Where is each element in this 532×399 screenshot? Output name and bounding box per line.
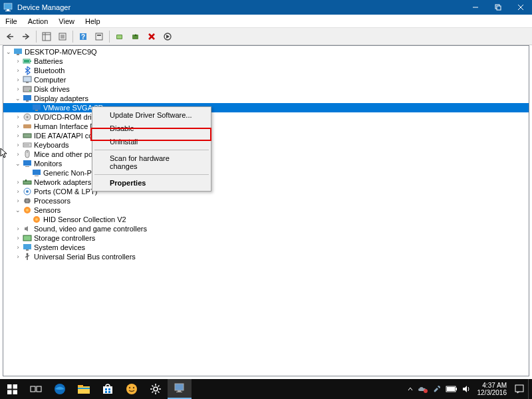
menu-action[interactable]: Action [23, 16, 54, 27]
tree-category[interactable]: ›Network adapters [3, 178, 529, 187]
tree-category[interactable]: ⌄Sensors [3, 205, 529, 215]
tree-category[interactable]: ›DVD/CD-ROM drives [3, 112, 529, 122]
svg-rect-51 [23, 160, 31, 166]
tree-category[interactable]: ›Keyboards [3, 140, 529, 150]
back-button[interactable] [3, 29, 17, 44]
taskbar-edge[interactable] [48, 379, 72, 399]
category-icon [22, 243, 33, 252]
menubar: File Action View Help [0, 15, 532, 28]
svg-point-35 [29, 90, 31, 91]
taskbar-settings[interactable] [144, 379, 168, 399]
taskbar-clock[interactable]: 4:37 AM 12/3/2016 [473, 382, 511, 396]
category-icon [22, 122, 33, 131]
menu-help[interactable]: Help [80, 16, 106, 27]
tree-category[interactable]: ⌄Monitors [3, 159, 529, 168]
properties-button[interactable] [55, 29, 70, 44]
tree-category[interactable]: ⌄Display adapters [3, 94, 529, 103]
tree-category[interactable]: ›Mice and other point [3, 150, 529, 159]
tree-category[interactable]: ›Processors [3, 196, 529, 205]
menu-view[interactable]: View [53, 16, 80, 27]
svg-rect-85 [108, 388, 110, 390]
svg-rect-101 [178, 390, 181, 392]
category-icon [22, 205, 33, 215]
action-button[interactable] [92, 29, 106, 44]
svg-rect-32 [23, 76, 31, 82]
taskbar-explorer[interactable] [72, 379, 96, 399]
disable-button[interactable] [160, 29, 175, 44]
tree-category[interactable]: ›System devices [3, 243, 529, 252]
close-button[interactable] [509, 0, 532, 15]
taskbar-store[interactable] [96, 379, 120, 399]
svg-rect-37 [26, 100, 29, 102]
category-icon [22, 131, 33, 140]
uninstall-button[interactable] [144, 29, 159, 44]
notifications-button[interactable] [511, 379, 528, 399]
taskbar-app[interactable] [120, 379, 144, 399]
tray-chevron-icon[interactable] [407, 386, 414, 392]
task-view-button[interactable] [24, 379, 48, 399]
tree-category[interactable]: ›Batteries [3, 57, 529, 66]
svg-rect-0 [4, 3, 12, 9]
tree-category[interactable]: ›Universal Serial Bus controllers [3, 252, 529, 261]
scan-hardware-button[interactable] [112, 29, 127, 44]
app-icon [3, 2, 13, 13]
svg-rect-39 [35, 110, 38, 111]
taskbar-device-manager[interactable] [168, 379, 192, 399]
minimize-button[interactable] [464, 0, 487, 15]
ctx-disable[interactable]: Disable [94, 122, 209, 135]
svg-point-88 [126, 384, 137, 394]
tree-device[interactable]: VMware SVGA 3D [3, 103, 529, 112]
category-icon [22, 224, 33, 233]
svg-text:?: ? [81, 33, 85, 41]
svg-rect-54 [35, 176, 39, 176]
svg-rect-69 [23, 244, 31, 249]
start-button[interactable] [0, 379, 24, 399]
tree-device[interactable]: Generic Non-PnP [3, 168, 529, 178]
tree-category[interactable]: ›Storage controllers [3, 233, 529, 243]
ctx-uninstall[interactable]: Uninstall [94, 135, 209, 148]
ctx-scan-hardware[interactable]: Scan for hardware changes [94, 152, 209, 173]
clock-time: 4:37 AM [477, 382, 507, 389]
category-icon [22, 66, 33, 75]
update-driver-button[interactable] [128, 29, 143, 44]
svg-point-103 [424, 389, 428, 393]
menu-file[interactable]: File [0, 16, 23, 27]
tree-category[interactable]: ›Ports (COM & LPT) [3, 187, 529, 196]
ctx-update-driver[interactable]: Update Driver Software... [94, 108, 209, 122]
tree-root[interactable]: ⌄DESKTOP-M0VEC9Q [3, 47, 529, 57]
tree-category[interactable]: ›Bluetooth [3, 66, 529, 75]
device-tree[interactable]: ⌄DESKTOP-M0VEC9Q›Batteries›Bluetooth›Com… [3, 45, 529, 376]
svg-point-91 [154, 387, 158, 391]
category-icon [22, 233, 33, 243]
tray-tool-icon[interactable] [432, 384, 442, 394]
tree-category[interactable]: ›Disk drives [3, 84, 529, 94]
show-hide-tree-button[interactable] [39, 29, 54, 44]
category-icon [22, 57, 33, 66]
ctx-properties[interactable]: Properties [94, 176, 209, 190]
svg-line-97 [158, 392, 160, 393]
forward-button[interactable] [19, 29, 33, 44]
tree-category[interactable]: ›Human Interface Dev [3, 122, 529, 131]
category-icon [22, 196, 33, 205]
computer-icon [13, 47, 23, 57]
ctx-separator [94, 150, 209, 150]
tray-volume-icon[interactable] [462, 384, 471, 394]
show-desktop-button[interactable] [528, 379, 532, 399]
category-icon [22, 84, 33, 94]
system-tray[interactable] [407, 384, 473, 394]
tray-onedrive-icon[interactable] [418, 385, 428, 393]
tree-category[interactable]: ›Computer [3, 75, 529, 84]
svg-rect-22 [117, 35, 122, 39]
category-icon [22, 252, 33, 261]
svg-rect-74 [13, 384, 17, 389]
category-icon [22, 150, 33, 159]
maximize-button[interactable] [487, 0, 509, 15]
svg-rect-55 [23, 181, 31, 184]
tree-category[interactable]: ›Sound, video and game controllers [3, 224, 529, 233]
tray-battery-icon[interactable] [446, 386, 458, 392]
tree-device[interactable]: HID Sensor Collection V2 [3, 215, 529, 224]
help-button[interactable]: ? [76, 29, 90, 44]
tree-category[interactable]: ›IDE ATA/ATAPI contr [3, 131, 529, 140]
svg-rect-75 [7, 390, 12, 394]
taskbar: 4:37 AM 12/3/2016 [0, 379, 532, 399]
